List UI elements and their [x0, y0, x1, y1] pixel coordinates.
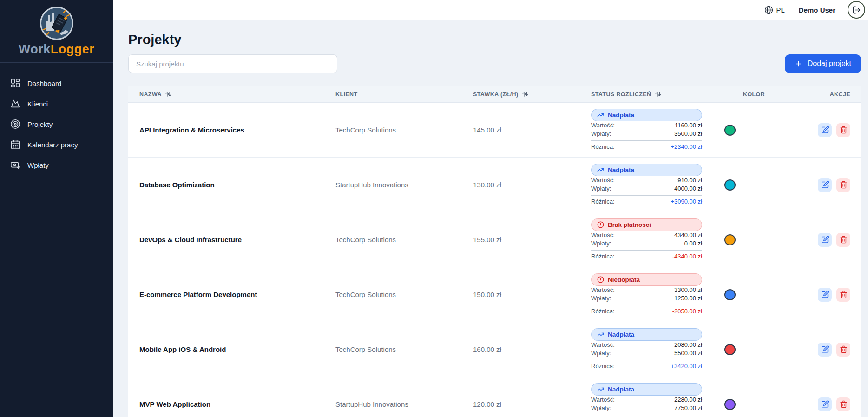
- delete-button[interactable]: [836, 123, 850, 137]
- payments-row: Wpłaty:3500.00 zł: [591, 130, 702, 138]
- difference-label: Różnica:: [591, 252, 615, 261]
- project-rate: 120.00 zł: [473, 400, 501, 408]
- delete-button[interactable]: [836, 343, 850, 357]
- delete-button[interactable]: [836, 178, 850, 192]
- status-divider: [591, 250, 702, 251]
- search-input[interactable]: [128, 54, 337, 73]
- value-label: Wartość:: [591, 176, 615, 185]
- user-name: Demo User: [799, 6, 835, 14]
- sidebar-item-label: Kalendarz pracy: [27, 141, 78, 149]
- payments-row: Wpłaty:1250.00 zł: [591, 294, 702, 303]
- payments-label: Wpłaty:: [591, 239, 611, 248]
- sidebar-item-kalendarz[interactable]: Kalendarz pracy: [0, 134, 113, 155]
- payments-row: Wpłaty:0.00 zł: [591, 239, 702, 248]
- difference-amount: -2050.00 zł: [672, 307, 702, 316]
- status-divider: [591, 140, 702, 141]
- projects-table: NAZWA KLIENT STAWKA (ZŁ/H) STATUS ROZLIC…: [128, 86, 861, 417]
- project-rate: 130.00 zł: [473, 181, 501, 189]
- payments-amount: 1250.00 zł: [674, 294, 702, 303]
- sidebar-item-label: Projekty: [27, 120, 53, 128]
- delete-button[interactable]: [836, 288, 850, 302]
- project-client: StartupHub Innovations: [335, 181, 408, 189]
- sidebar-item-klienci[interactable]: Klienci: [0, 93, 113, 114]
- project-name: DevOps & Cloud Infrastructure: [139, 236, 242, 244]
- project-client: StartupHub Innovations: [335, 400, 408, 408]
- color-dot: [724, 344, 736, 355]
- value-amount: 2280.00 zł: [674, 396, 702, 404]
- main-content: Projekty Dodaj projekt NAZWA KLIENT STAW…: [113, 20, 868, 417]
- sort-icon: [522, 91, 529, 98]
- column-header-status[interactable]: STATUS ROZLICZEŃ: [580, 91, 713, 98]
- project-name: Mobile App iOS & Android: [139, 345, 226, 353]
- difference-label: Różnica:: [591, 143, 615, 151]
- status-divider: [591, 360, 702, 360]
- language-switcher[interactable]: PL: [764, 6, 784, 14]
- project-name: MVP Web Application: [139, 400, 210, 408]
- value-label: Wartość:: [591, 341, 615, 349]
- trash-icon: [840, 181, 848, 189]
- logout-button[interactable]: [848, 1, 865, 19]
- payments-label: Wpłaty:: [591, 294, 611, 303]
- sidebar-nav: Dashboard Klienci Projekty Kalendarz pra…: [0, 63, 113, 175]
- status-badge-label: Nadpłata: [608, 331, 634, 338]
- status-badge: Nadpłata: [591, 109, 702, 121]
- value-row: Wartość:910.00 zł: [591, 176, 702, 185]
- column-header-kolor: KOLOR: [713, 91, 784, 98]
- table-row: MVP Web Application StartupHub Innovatio…: [128, 377, 861, 417]
- add-project-button[interactable]: Dodaj projekt: [785, 54, 861, 73]
- table-row: Mobile App iOS & Android TechCorp Soluti…: [128, 322, 861, 377]
- edit-button[interactable]: [818, 233, 832, 247]
- status-divider: [591, 195, 702, 196]
- sidebar-item-dashboard[interactable]: Dashboard: [0, 73, 113, 93]
- edit-button[interactable]: [818, 178, 832, 192]
- status-badge: Nadpłata: [591, 328, 702, 341]
- column-header-stawka[interactable]: STAWKA (ZŁ/H): [462, 91, 580, 98]
- billing-status: Niedopłata Wartość:3300.00 zł Wpłaty:125…: [591, 273, 702, 316]
- project-client: TechCorp Solutions: [335, 126, 396, 134]
- color-dot: [724, 289, 736, 300]
- status-badge-label: Nadpłata: [608, 166, 634, 173]
- status-divider: [591, 415, 702, 415]
- table-body: API Integration & Microservices TechCorp…: [128, 103, 861, 417]
- difference-label: Różnica:: [591, 307, 615, 316]
- status-badge-label: Nadpłata: [608, 112, 634, 119]
- logout-icon: [852, 6, 861, 14]
- column-header-nazwa[interactable]: NAZWA: [128, 91, 324, 98]
- delete-button[interactable]: [836, 233, 850, 247]
- page-title: Projekty: [128, 32, 861, 47]
- status-badge: Niedopłata: [591, 273, 702, 286]
- edit-icon: [821, 236, 829, 244]
- sidebar-item-wplaty[interactable]: Wpłaty: [0, 155, 113, 175]
- sidebar: WorkLogger Dashboard Klienci Projekty: [0, 0, 113, 417]
- edit-button[interactable]: [818, 123, 832, 137]
- edit-button[interactable]: [818, 288, 832, 302]
- edit-icon: [821, 181, 829, 189]
- payments-amount: 0.00 zł: [684, 239, 702, 248]
- sidebar-item-label: Klienci: [27, 100, 48, 108]
- table-row: API Integration & Microservices TechCorp…: [128, 103, 861, 158]
- sort-icon: [165, 91, 172, 98]
- payments-label: Wpłaty:: [591, 130, 611, 138]
- delete-button[interactable]: [836, 397, 850, 411]
- status-divider: [591, 305, 702, 305]
- topbar: PL Demo User: [113, 0, 868, 20]
- value-label: Wartość:: [591, 121, 615, 130]
- value-row: Wartość:4340.00 zł: [591, 231, 702, 239]
- project-rate: 155.00 zł: [473, 236, 501, 244]
- sidebar-item-projekty[interactable]: Projekty: [0, 114, 113, 134]
- value-amount: 1160.00 zł: [675, 121, 702, 130]
- edit-button[interactable]: [818, 343, 832, 357]
- status-badge: Nadpłata: [591, 383, 702, 396]
- plus-icon: [795, 60, 802, 68]
- trash-icon: [840, 345, 848, 353]
- project-client: TechCorp Solutions: [335, 236, 396, 244]
- color-dot: [724, 125, 736, 136]
- status-badge-label: Brak płatności: [608, 221, 651, 228]
- difference-label: Różnica:: [591, 198, 615, 206]
- edit-icon: [821, 400, 829, 408]
- project-client: TechCorp Solutions: [335, 345, 396, 353]
- project-rate: 150.00 zł: [473, 291, 501, 298]
- calendar-icon: [10, 139, 20, 150]
- edit-button[interactable]: [818, 397, 832, 411]
- edit-icon: [821, 126, 829, 134]
